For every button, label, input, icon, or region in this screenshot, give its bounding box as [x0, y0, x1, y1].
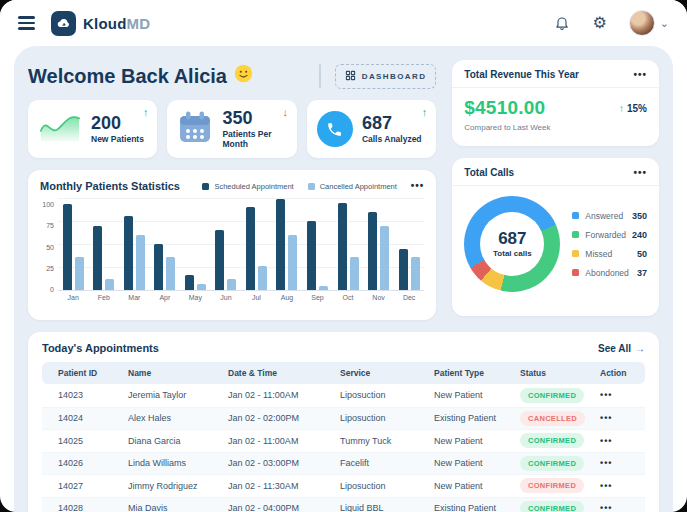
cell-service: Liposuction: [340, 390, 434, 400]
user-avatar[interactable]: [629, 10, 655, 36]
row-actions-button[interactable]: •••: [600, 458, 612, 468]
y-tick: 25: [46, 265, 54, 272]
cell-id: 14027: [58, 481, 128, 491]
cell-name: Alex Hales: [128, 413, 228, 423]
y-tick: 75: [46, 222, 54, 229]
cell-status: CONFIRMED: [520, 456, 600, 471]
bar-group-apr: [150, 198, 181, 290]
bar-cancelled-appointment-nov: [380, 226, 389, 290]
cell-name: Linda Williams: [128, 458, 228, 468]
cell-type: New Patient: [434, 436, 520, 446]
legend-marker: [308, 183, 315, 190]
y-axis: 1007550250: [40, 198, 58, 290]
bar-group-mar: [119, 198, 150, 290]
cell-type: New Patient: [434, 458, 520, 468]
stat-value: 200: [91, 114, 144, 133]
dashboard-button[interactable]: DASHBOARD: [335, 64, 437, 89]
table-body: 14023Jeremia TaylorJan 02 - 11:00AMLipos…: [42, 384, 645, 512]
cell-datetime: Jan 02 - 11:00AM: [228, 390, 340, 400]
cell-name: Jimmy Rodriguez: [128, 481, 228, 491]
calls-card-title: Total Calls: [464, 167, 514, 178]
brand-name: KloudMD: [83, 15, 150, 32]
row-actions-button[interactable]: •••: [600, 413, 612, 423]
bar-scheduled-appointment-nov: [368, 212, 377, 290]
stat-label: Patients Per Month: [222, 129, 286, 149]
settings-gear-icon[interactable]: ⚙: [592, 15, 606, 31]
bar-cancelled-appointment-sep: [319, 286, 328, 290]
x-axis: JanFebMarAprMayJunJulAugSepOctNovDec: [58, 290, 424, 306]
revenue-subtitle: Compared to Last Week: [464, 123, 647, 132]
stat-label: New Patients: [91, 134, 144, 144]
status-badge: CONFIRMED: [520, 501, 584, 512]
calendar-icon: [177, 109, 213, 149]
cell-type: Existing Patient: [434, 503, 520, 512]
calls-legend-item-abondoned: Abondoned37: [572, 268, 647, 278]
cell-service: Tummy Tuck: [340, 436, 434, 446]
revenue-change: ↑ 15%: [619, 103, 647, 114]
bar-group-sep: [302, 198, 333, 290]
row-actions-button[interactable]: •••: [600, 436, 612, 446]
bar-scheduled-appointment-sep: [307, 221, 316, 290]
x-tick-dec: Dec: [394, 290, 425, 306]
hamburger-menu-icon[interactable]: [18, 16, 35, 29]
bar-scheduled-appointment-oct: [338, 203, 347, 290]
stat-label: Calls Analyzed: [362, 134, 422, 144]
x-tick-mar: Mar: [119, 290, 150, 306]
chart-title: Monthly Patients Statistics: [40, 180, 180, 192]
cell-datetime: Jan 02 - 11:30AM: [228, 481, 340, 491]
total-calls-card: Total Calls ••• 687 Total calls Answered…: [452, 158, 659, 316]
x-tick-aug: Aug: [272, 290, 303, 306]
row-actions-button[interactable]: •••: [600, 503, 612, 512]
chevron-down-icon: ⌄: [660, 18, 669, 29]
cell-service: Facelift: [340, 458, 434, 468]
cell-id: 14023: [58, 390, 128, 400]
calls-legend-item-forwarded: Forwarded240: [572, 230, 647, 240]
table-row: 14023Jeremia TaylorJan 02 - 11:00AMLipos…: [42, 384, 645, 407]
table-row: 14026Linda WilliamsJan 02 - 03:00PMFacel…: [42, 452, 645, 475]
y-tick: 0: [50, 286, 54, 293]
trend-down-icon: ↓: [282, 106, 288, 118]
bar-group-jun: [211, 198, 242, 290]
status-badge: CONFIRMED: [520, 388, 584, 403]
cell-id: 14026: [58, 458, 128, 468]
bar-cancelled-appointment-jun: [227, 279, 236, 290]
bar-group-oct: [333, 198, 364, 290]
bar-scheduled-appointment-jun: [215, 230, 224, 290]
see-all-link[interactable]: See All →: [598, 343, 645, 354]
cell-action: •••: [600, 390, 643, 400]
column-header-name: Name: [128, 368, 228, 378]
total-calls-label: Total calls: [493, 249, 532, 258]
top-bar: KloudMD ⚙ ⌄: [0, 0, 687, 46]
chart-menu-button[interactable]: •••: [411, 181, 425, 191]
legend-value: 50: [637, 249, 647, 259]
dashboard-panel: Welcome Back Alicia DASHBOARD: [14, 46, 673, 512]
arrow-right-icon: →: [635, 343, 645, 354]
y-tick: 50: [46, 244, 54, 251]
bar-cancelled-appointment-aug: [288, 235, 297, 290]
bar-group-feb: [89, 198, 120, 290]
cell-name: Mia Davis: [128, 503, 228, 512]
bar-cancelled-appointment-oct: [350, 257, 359, 290]
calls-menu-button[interactable]: •••: [633, 168, 647, 178]
user-menu[interactable]: ⌄: [629, 10, 669, 36]
bar-scheduled-appointment-jul: [246, 207, 255, 290]
total-revenue-card: Total Revenue This Year ••• $4510.00 ↑ 1…: [452, 60, 659, 146]
bar-cancelled-appointment-jul: [258, 266, 267, 290]
bar-scheduled-appointment-may: [185, 275, 194, 290]
status-badge: CONFIRMED: [520, 456, 584, 471]
app-window: KloudMD ⚙ ⌄ Welcome Back Alicia: [0, 0, 687, 512]
bar-scheduled-appointment-jan: [63, 204, 72, 290]
table-header-row: Patient IDNameDate & TimeServicePatient …: [42, 362, 645, 384]
cell-action: •••: [600, 458, 643, 468]
bar-cancelled-appointment-may: [197, 284, 206, 290]
row-actions-button[interactable]: •••: [600, 481, 612, 491]
notifications-bell-icon[interactable]: [554, 15, 570, 31]
row-actions-button[interactable]: •••: [600, 390, 612, 400]
cell-action: •••: [600, 503, 643, 512]
bar-cancelled-appointment-dec: [411, 257, 420, 290]
revenue-menu-button[interactable]: •••: [633, 70, 647, 80]
x-tick-nov: Nov: [363, 290, 394, 306]
calls-legend-item-missed: Missed50: [572, 249, 647, 259]
cell-status: CANCELLED: [520, 411, 600, 426]
x-tick-sep: Sep: [302, 290, 333, 306]
